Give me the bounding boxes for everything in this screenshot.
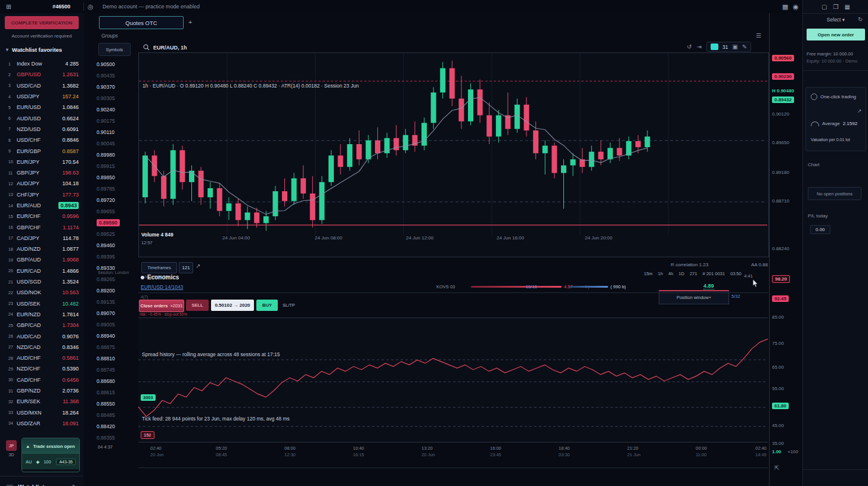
watchlist-price: 0.6456 (62, 377, 79, 383)
ladder-price: 0.90045 (97, 141, 115, 147)
ladder-price-row: 0.89005 (97, 319, 136, 330)
watchlist-row[interactable]: 18 AUD/NZD 1.0877 (0, 244, 83, 254)
watchlist-row[interactable]: 31 GBP/NZD 2.0736 (0, 385, 83, 396)
ladder-price: 0.89005 (97, 322, 115, 328)
session-icon-1[interactable]: AU (26, 459, 32, 465)
export-icon[interactable]: ⇱ (774, 465, 779, 471)
watchlist-row[interactable]: 17 CAD/JPY 114.78 (0, 233, 83, 244)
ladder-price: 0.90370 (97, 84, 115, 90)
candlestick-chart[interactable]: 1h · EUR/AUD · O 0.89120 H 0.90480 L 0.8… (138, 52, 769, 257)
chart-symbol-label[interactable]: EUR/AUD, 1h (153, 45, 187, 51)
sell-button[interactable]: SELL (186, 300, 209, 311)
candle-style-button[interactable] (711, 43, 718, 50)
session-icon-3[interactable]: 100 (44, 459, 51, 465)
watchlist-price: 0.9596 (62, 213, 79, 219)
watchlist-row[interactable]: 33 USD/MXN 18.264 (0, 407, 83, 418)
watchlist-row[interactable]: 8 USD/CHF 0.8846 (0, 135, 83, 145)
ladder-price: 0.88680 (97, 378, 115, 384)
snapshot-icon[interactable]: ▣ (732, 43, 737, 50)
watchlist-symbol: CHF/JPY (17, 192, 39, 198)
verification-cta-button[interactable]: COMPLETE VERIFICATION (5, 16, 79, 29)
list-icon[interactable]: ☰ (756, 32, 761, 39)
symbols-tab[interactable]: Symbols (98, 43, 131, 56)
watchlist-row[interactable]: 15 EUR/CHF 0.9596 (0, 211, 83, 222)
spread-axis-date: 08:45 (216, 451, 258, 458)
watchlist-row[interactable]: 30 CAD/CHF 0.6456 (0, 375, 83, 385)
watchlist-row[interactable]: 10 EUR/JPY 170.54 (0, 157, 83, 167)
ladder-price: 0.89850 (97, 175, 115, 180)
watchlist-row[interactable]: 13 CHF/JPY 177.73 (0, 189, 83, 200)
watchlist-row[interactable]: 12 AUD/JPY 104.18 (0, 178, 83, 189)
watchlist-row[interactable]: 1 Index Dow 4 285 (0, 58, 83, 69)
price-axis[interactable]: 0.905600.90230H 0.904800.894320.901200.8… (769, 13, 803, 486)
watchlist-row[interactable]: 16 GBP/CHF 1.1174 (0, 222, 83, 232)
ladder-footnote: 04 4:37 (98, 444, 113, 450)
open-new-order-button[interactable]: Open new order (807, 29, 865, 40)
ladder-price: 0.88940 (97, 333, 115, 339)
watchlist-row[interactable]: 32 EUR/SEK 11.368 (0, 396, 83, 407)
ladder-price-row: 0.89460 (97, 239, 136, 251)
watchlist-row-index: 11 (8, 171, 17, 175)
watchlist-row[interactable]: 24 EUR/NZD 1.7814 (0, 309, 83, 320)
close-orders-button[interactable]: Close orders ×2031 (139, 300, 184, 312)
watchlist-row[interactable]: 29 NZD/CHF 0.5390 (0, 363, 83, 374)
grid-icon[interactable]: ▦ (844, 4, 850, 10)
buy-button[interactable]: BUY (256, 300, 278, 311)
watchlist-row[interactable]: 25 GBP/CAD 1.7304 (0, 320, 83, 331)
watchlist-price: 1.9068 (62, 257, 79, 263)
watchlist-row[interactable]: 5 EUR/USD 1.0846 (0, 102, 83, 113)
symbol-link[interactable]: EUR/USD 14/1043 (141, 284, 183, 290)
spread-chart[interactable]: Spread history — rolling average across … (138, 317, 768, 443)
watchlist-row[interactable]: 22 USD/NOK 10.563 (0, 287, 83, 298)
watchlist-row[interactable]: 26 AUD/CAD 0.9076 (0, 331, 83, 341)
notifications-icon[interactable]: ◉ (793, 0, 799, 13)
flag-sublabel: 3D (9, 453, 14, 457)
layout-grid-icon[interactable]: ▦ (782, 0, 788, 13)
spread-axis-label: 10:40 16:15 (353, 445, 395, 458)
one-click-toggle[interactable] (811, 94, 817, 100)
trade-session-widget[interactable]: ▲ Trade session open AU ◆ 100 A43-35 (21, 438, 80, 472)
session-icon-2[interactable]: ◆ (36, 459, 39, 465)
watchlist-row[interactable]: 6 AUD/USD 0.6624 (0, 113, 83, 123)
spread-red-badge: 152 (141, 431, 154, 439)
watchlist-price: 1.0877 (62, 246, 79, 252)
windows-icon[interactable]: ❐ (833, 4, 839, 10)
watchlist-row[interactable]: 21 USD/SGD 1.3524 (0, 276, 83, 287)
watchlist-row[interactable]: 19 GBP/AUD 1.9068 (0, 254, 83, 265)
watchlist-row[interactable]: 11 GBP/JPY 198.63 (0, 167, 83, 178)
spread-axis-label: 13:20 20 Jun (421, 445, 463, 458)
axis-label: 75.00 (772, 341, 784, 346)
watchlist-row[interactable]: 7 NZD/USD 0.6091 (0, 124, 83, 135)
watchlist-row[interactable]: 9 EUR/GBP 0.8587 (0, 145, 83, 156)
expand-icon[interactable]: ↗ (196, 263, 200, 269)
watchlist-symbol: NZD/CHF (17, 366, 41, 372)
refresh-icon[interactable]: ↻ (72, 484, 78, 486)
watchlist-header[interactable]: ▾ Watchlist favorites (6, 46, 79, 53)
expand-icon[interactable]: ↗ (857, 108, 862, 114)
watchlist-row[interactable]: 27 NZD/CAD 0.8346 (0, 342, 83, 353)
watchlist-row[interactable]: 3 USD/CAD 1.3682 (0, 80, 83, 91)
watchlist-symbol: CAD/CHF (17, 377, 41, 383)
app-logo-icon[interactable]: ⊞ (6, 0, 11, 13)
correlation-label: R correlation 1.23 (671, 262, 708, 267)
no-positions-button[interactable]: No open positions (808, 187, 861, 200)
watchlist-price: 10.482 (62, 301, 79, 307)
watchlist-row[interactable]: 4 USD/JPY 157.24 (0, 91, 83, 102)
watchlist-symbol: AUD/NZD (17, 246, 41, 252)
add-symbol-button[interactable]: + (188, 18, 192, 26)
watchlist-row[interactable]: 23 USD/SEK 10.482 (0, 298, 83, 309)
undo-icon[interactable]: ↺ (687, 43, 692, 50)
lot-size-input[interactable]: 0.50102 → 2020 (211, 300, 254, 311)
symbol-search-box[interactable]: Quotes OTC (99, 16, 184, 29)
goto-realtime-icon[interactable]: ⇥ (696, 43, 701, 50)
watchlist-row[interactable]: 14 EUR/AUD 0.8943 (0, 200, 83, 211)
watchlist-row[interactable]: 34 USD/ZAR 18.091 (0, 418, 83, 429)
draw-icon[interactable]: ✎ (742, 43, 747, 50)
watchlist-row[interactable]: 28 AUD/CHF 0.5861 (0, 353, 83, 363)
watchlist-symbol: EUR/USD (17, 104, 41, 110)
refresh-icon[interactable]: ↻ (858, 16, 863, 23)
time-axis-label: 24 Jun 20:00 (585, 235, 612, 241)
watchlist-row[interactable]: 20 EUR/CAD 1.4866 (0, 266, 83, 276)
panel-icon[interactable]: ▢ (822, 4, 827, 10)
watchlist-row[interactable]: 2 GBP/USD 1.2631 (0, 69, 83, 80)
